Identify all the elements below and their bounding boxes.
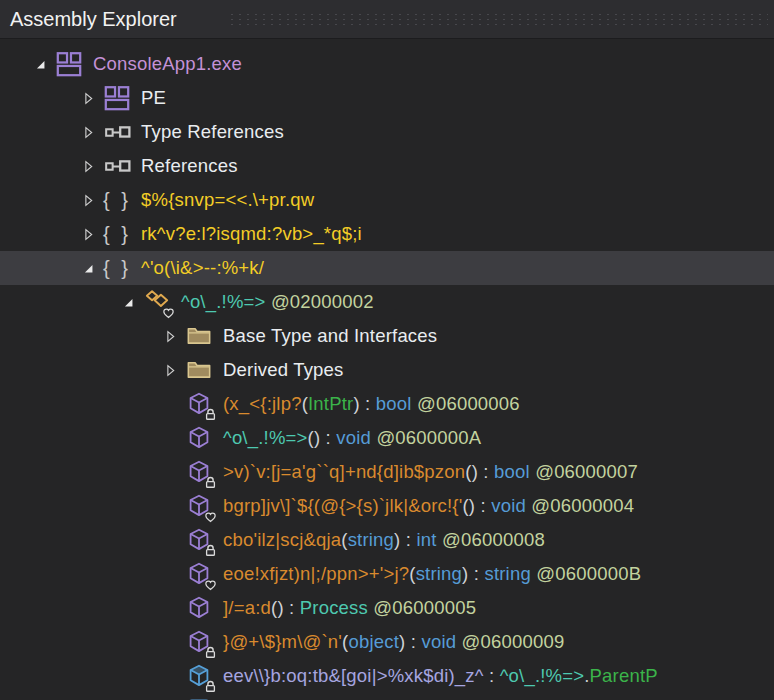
expander-collapsed-icon[interactable] [76,91,100,106]
assembly-explorer-panel: Assembly Explorer ConsoleApp1.exePEType … [0,0,774,700]
row-label: ^o\_.!%=>() : void @0600000A [223,427,481,449]
tree-row[interactable]: { }rk^v?e:l?isqmd:?vb>_*q$;i [0,217,774,251]
expander-expanded-icon[interactable] [116,295,140,310]
method-icon [182,389,216,419]
namespace-icon: { } [100,219,134,249]
tree-row[interactable]: eoe!xfjzt)n|;/ppn>+'>j?(string) : string… [0,557,774,591]
tree-row[interactable]: Derived Types [0,353,774,387]
namespace-icon: { } [100,253,134,283]
assembly-icon [52,49,86,79]
namespace-icon: { } [100,185,134,215]
row-label: Type References [141,121,284,143]
row-label: rk^v?e:l?isqmd:?vb>_*q$;i [141,223,362,245]
tree-row[interactable]: PE [0,81,774,115]
row-label: bgrp]jv\]`${(@{>{s)`jlk|&orc!{'() : void… [223,495,634,517]
expander-expanded-icon[interactable] [76,261,100,276]
row-label: eev\\}b:oq:tb&[goi|>%xk$di)_z^ : ^o\_.!%… [223,665,658,687]
heart-overlay-icon [162,305,176,319]
lock-overlay-icon [204,645,218,659]
expander-collapsed-icon[interactable] [158,363,182,378]
tree-row[interactable]: }@+\$}m\@`n'(object) : void @06000009 [0,625,774,659]
row-label: ConsoleApp1.exe [93,53,242,75]
folder-icon [182,355,216,385]
row-label: ^'o(\i&>--:%+k/ [141,257,264,279]
lock-overlay-icon [204,475,218,489]
tree-row[interactable]: ]/=a:d() : Process @06000005 [0,591,774,625]
tree-row[interactable]: eev\\}b:oq:tb&[goi|>%xk$di)_z^ : ^o\_.!%… [0,659,774,693]
row-label: Derived Types [223,359,344,381]
panel-title: Assembly Explorer [0,8,177,31]
drag-grip-dots [228,12,768,27]
method-icon [182,525,216,555]
row-label: eoe!xfjzt)n|;/ppn>+'>j?(string) : string… [223,563,641,585]
type-references-icon [100,117,134,147]
tree-row[interactable] [0,693,774,700]
references-icon [100,151,134,181]
tree-row[interactable]: (x_<{:jlp?(IntPtr) : bool @06000006 [0,387,774,421]
method-icon [182,423,216,453]
method-icon [182,593,216,623]
row-label: (x_<{:jlp?(IntPtr) : bool @06000006 [223,393,520,415]
expander-collapsed-icon[interactable] [76,125,100,140]
lock-overlay-icon [204,679,218,693]
tree-row[interactable]: ^o\_.!%=>() : void @0600000A [0,421,774,455]
tree-row[interactable]: References [0,149,774,183]
expander-collapsed-icon[interactable] [76,193,100,208]
row-label: }@+\$}m\@`n'(object) : void @06000009 [223,631,564,653]
panel-titlebar[interactable]: Assembly Explorer [0,0,774,39]
tree-row[interactable]: bgrp]jv\]`${(@{>{s)`jlk|&orc!{'() : void… [0,489,774,523]
method-icon [182,491,216,521]
row-label: >v)`v:[j=a'g``q]+nd{d]ib$pzon() : bool @… [223,461,638,483]
expander-collapsed-icon[interactable] [76,159,100,174]
expander-collapsed-icon[interactable] [76,227,100,242]
expander-collapsed-icon[interactable] [158,329,182,344]
row-label: $%{snvp=<<.\+pr.qw [141,189,314,211]
tree-row[interactable]: >v)`v:[j=a'g``q]+nd{d]ib$pzon() : bool @… [0,455,774,489]
row-label: Base Type and Interfaces [223,325,437,347]
field-icon [182,661,216,691]
class-icon [140,287,174,317]
row-label: ]/=a:d() : Process @06000005 [223,597,476,619]
row-label: ^o\_.!%=> @02000002 [181,291,374,313]
method-icon [182,627,216,657]
heart-overlay-icon [204,577,218,591]
tree-row[interactable]: { }$%{snvp=<<.\+pr.qw [0,183,774,217]
lock-overlay-icon [204,407,218,421]
tree-row[interactable]: Type References [0,115,774,149]
module-icon [100,83,134,113]
row-label: cbo'ilz|scj&qja(string) : int @06000008 [223,529,545,551]
lock-overlay-icon [204,543,218,557]
method-icon [182,559,216,589]
heart-overlay-icon [204,509,218,523]
tree-row[interactable]: Base Type and Interfaces [0,319,774,353]
assembly-tree: ConsoleApp1.exePEType ReferencesReferenc… [0,39,774,700]
tree-row[interactable]: ConsoleApp1.exe [0,47,774,81]
method-icon [182,457,216,487]
struct-icon [182,695,216,700]
folder-icon [182,321,216,351]
tree-row[interactable]: ^o\_.!%=> @02000002 [0,285,774,319]
row-label: References [141,155,238,177]
expander-expanded-icon[interactable] [28,57,52,72]
row-label: PE [141,87,166,109]
tree-row[interactable]: cbo'ilz|scj&qja(string) : int @06000008 [0,523,774,557]
tree-row[interactable]: { }^'o(\i&>--:%+k/ [0,251,774,285]
